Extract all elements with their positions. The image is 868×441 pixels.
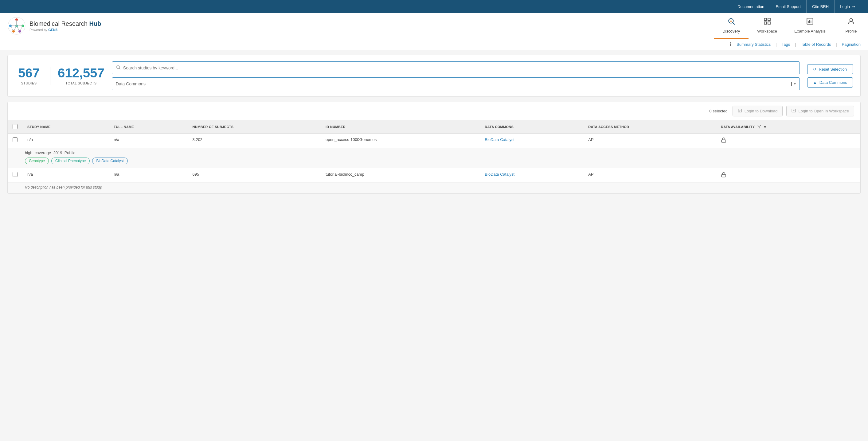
tags-link[interactable]: Tags bbox=[782, 42, 790, 47]
svg-line-11 bbox=[17, 26, 20, 31]
th-full-name: FULL NAME bbox=[109, 120, 187, 134]
tag-biodata-catalyst[interactable]: BioData Catalyst bbox=[92, 158, 127, 164]
row1-detail-cell: high_coverage_2019_Public Genotype Clini… bbox=[8, 148, 860, 168]
row2-checkbox[interactable] bbox=[12, 172, 18, 177]
row1-checkbox[interactable] bbox=[12, 137, 18, 142]
expand-icon[interactable]: ▾ bbox=[764, 124, 766, 129]
studies-count: 567 bbox=[18, 67, 40, 80]
data-commons-dropdown[interactable]: Data Commons | ▾ bbox=[112, 77, 800, 90]
subjects-label: TOTAL SUBJECTS bbox=[65, 82, 97, 85]
th-study-name: STUDY NAME bbox=[23, 120, 109, 134]
row1-tags: Genotype Clinical Phenotype BioData Cata… bbox=[25, 158, 856, 164]
search-input-wrap bbox=[112, 61, 800, 74]
svg-point-16 bbox=[730, 20, 732, 22]
th-access-method: DATA ACCESS METHOD bbox=[583, 120, 716, 134]
row1-checkbox-cell bbox=[8, 134, 23, 148]
select-all-checkbox[interactable] bbox=[12, 124, 18, 129]
svg-marker-35 bbox=[758, 125, 762, 128]
login-label: Login bbox=[840, 4, 850, 9]
login-workspace-label: Login to Open In Workspace bbox=[798, 109, 849, 113]
row2-detail-cell: No description has been provided for thi… bbox=[8, 183, 860, 193]
row2-lock-icon bbox=[721, 173, 726, 179]
tag-clinical-phenotype[interactable]: Clinical Phenotype bbox=[51, 158, 90, 164]
dropdown-placeholder: Data Commons bbox=[116, 82, 146, 86]
row2-full-name: n/a bbox=[109, 168, 187, 183]
svg-line-10 bbox=[13, 26, 17, 31]
row2-data-commons-link[interactable]: BioData Catalyst bbox=[485, 172, 515, 177]
reset-icon: ↺ bbox=[813, 67, 816, 71]
login-download-button[interactable]: Login to Download bbox=[733, 106, 783, 116]
svg-line-12 bbox=[10, 26, 13, 31]
chevron-down-icon: ▾ bbox=[794, 82, 796, 86]
studies-label: STUDIES bbox=[21, 82, 36, 85]
svg-rect-18 bbox=[768, 18, 770, 21]
row2-checkbox-cell bbox=[8, 168, 23, 183]
row1-data-commons-link[interactable]: BioData Catalyst bbox=[485, 137, 515, 142]
summary-statistics-link[interactable]: Summary Statistics bbox=[737, 42, 771, 47]
row1-id-number: open_access-1000Genomes bbox=[321, 134, 480, 148]
svg-line-15 bbox=[733, 23, 735, 25]
row2-availability bbox=[716, 168, 860, 183]
selected-count: 0 selected bbox=[710, 109, 727, 113]
table-section: 0 selected Login to Download bbox=[7, 102, 861, 194]
filter-icon[interactable] bbox=[757, 124, 762, 130]
svg-point-26 bbox=[116, 66, 119, 68]
main-content: 567 STUDIES 612,557 TOTAL SUBJECTS Data … bbox=[0, 50, 868, 199]
table-row: n/a n/a 3,202 open_access-1000Genomes Bi… bbox=[8, 134, 860, 148]
svg-rect-19 bbox=[764, 22, 767, 24]
svg-point-14 bbox=[728, 19, 733, 23]
row1-study-name: n/a bbox=[23, 134, 109, 148]
header: Biomedical Research Hub Powered by GEN3 … bbox=[0, 13, 868, 39]
logo-powered: Powered by GEN3 bbox=[30, 28, 101, 32]
action-buttons: ↺ Reset Selection ▲ Data Commons bbox=[807, 64, 853, 88]
login-download-label: Login to Download bbox=[745, 109, 778, 113]
cite-brh-link[interactable]: Cite BRH bbox=[807, 0, 835, 13]
documentation-link[interactable]: Documentation bbox=[732, 0, 770, 13]
row2-data-commons: BioData Catalyst bbox=[480, 168, 583, 183]
logo-icon bbox=[7, 17, 26, 35]
table-header-row: STUDY NAME FULL NAME NUMBER OF SUBJECTS … bbox=[8, 120, 860, 134]
secondary-nav: ℹ Summary Statistics | Tags | Table of R… bbox=[0, 39, 868, 50]
row2-num-subjects: 695 bbox=[188, 168, 321, 183]
row2-no-description: No description has been provided for thi… bbox=[25, 185, 856, 189]
th-id-number: ID NUMBER bbox=[321, 120, 480, 134]
tab-profile[interactable]: Profile bbox=[834, 13, 868, 39]
login-workspace-button[interactable]: Login to Open In Workspace bbox=[786, 106, 854, 116]
email-support-link[interactable]: Email Support bbox=[770, 0, 807, 13]
reset-selection-button[interactable]: ↺ Reset Selection bbox=[807, 64, 853, 74]
svg-rect-20 bbox=[768, 22, 770, 24]
tab-discovery[interactable]: Discovery bbox=[714, 13, 748, 39]
table-of-records-link[interactable]: Table of Records bbox=[801, 42, 831, 47]
sep2: | bbox=[795, 42, 796, 47]
sep3: | bbox=[836, 42, 837, 47]
th-data-commons: DATA COMMONS bbox=[480, 120, 583, 134]
data-commons-label: Data Commons bbox=[819, 80, 847, 85]
data-commons-button[interactable]: ▲ Data Commons bbox=[807, 77, 853, 88]
select-all-header bbox=[8, 120, 23, 134]
help-icon[interactable]: ℹ bbox=[730, 41, 732, 47]
tag-genotype[interactable]: Genotype bbox=[25, 158, 49, 164]
th-num-subjects: NUMBER OF SUBJECTS bbox=[188, 120, 321, 134]
tab-profile-label: Profile bbox=[845, 29, 857, 33]
data-table: STUDY NAME FULL NAME NUMBER OF SUBJECTS … bbox=[8, 120, 860, 193]
tab-example-analysis[interactable]: Example Analysis bbox=[786, 13, 834, 39]
workspace-icon bbox=[763, 17, 771, 27]
download-file-icon bbox=[738, 108, 742, 114]
th-availability: DATA AVAILABILITY ▾ bbox=[716, 120, 860, 134]
svg-rect-17 bbox=[764, 18, 767, 21]
login-link[interactable]: Login ⇒ bbox=[835, 0, 861, 13]
top-bar: Documentation Email Support Cite BRH Log… bbox=[0, 0, 868, 13]
workspace-file-icon bbox=[792, 108, 796, 114]
row1-detail: high_coverage_2019_Public Genotype Clini… bbox=[8, 148, 860, 168]
stats-search-panel: 567 STUDIES 612,557 TOTAL SUBJECTS Data … bbox=[7, 55, 861, 97]
logo-area: Biomedical Research Hub Powered by GEN3 bbox=[0, 13, 714, 39]
svg-rect-36 bbox=[721, 140, 726, 142]
keyword-search-input[interactable] bbox=[123, 65, 796, 70]
row2-id-number: tutorial-biolincc_camp bbox=[321, 168, 480, 183]
pagination-link[interactable]: Pagination bbox=[842, 42, 861, 47]
subjects-stat: 612,557 TOTAL SUBJECTS bbox=[58, 67, 104, 85]
row1-data-commons: BioData Catalyst bbox=[480, 134, 583, 148]
row1-full-name: n/a bbox=[109, 134, 187, 148]
tab-workspace[interactable]: Workspace bbox=[748, 13, 786, 39]
row1-study-name-detail: high_coverage_2019_Public bbox=[25, 151, 856, 155]
